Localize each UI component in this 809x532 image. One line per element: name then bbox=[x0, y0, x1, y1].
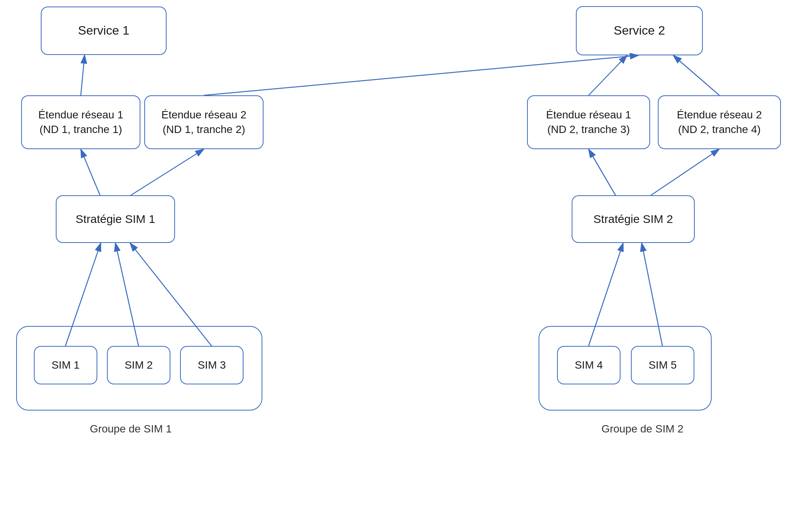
etendue2-nd1-node: Étendue réseau 2(ND 1, tranche 2) bbox=[144, 95, 264, 149]
service1-node: Service 1 bbox=[41, 7, 167, 55]
svg-line-9 bbox=[651, 149, 719, 195]
strategie-sim1-node: Stratégie SIM 1 bbox=[56, 195, 175, 243]
svg-line-4 bbox=[204, 55, 639, 95]
sim5-node: SIM 5 bbox=[631, 346, 694, 384]
strategie-sim2-node: Stratégie SIM 2 bbox=[572, 195, 695, 243]
svg-line-3 bbox=[81, 55, 85, 95]
etendue1-nd1-node: Étendue réseau 1(ND 1, tranche 1) bbox=[21, 95, 140, 149]
svg-line-1 bbox=[81, 149, 100, 195]
svg-line-10 bbox=[589, 55, 627, 95]
sim3-node: SIM 3 bbox=[180, 346, 244, 384]
sim1-node: SIM 1 bbox=[34, 346, 97, 384]
etendue1-nd2-node: Étendue réseau 1(ND 2, tranche 3) bbox=[527, 95, 650, 149]
diagram: Groupe de SIM 1 Groupe de SIM 2 Service … bbox=[0, 0, 809, 532]
etendue2-nd2-node: Étendue réseau 2(ND 2, tranche 4) bbox=[658, 95, 781, 149]
svg-line-2 bbox=[131, 149, 204, 195]
arrows-svg bbox=[0, 0, 809, 532]
service2-node: Service 2 bbox=[576, 6, 703, 55]
sim2-node: SIM 2 bbox=[107, 346, 170, 384]
svg-line-11 bbox=[673, 55, 719, 95]
group-sim-2-label: Groupe de SIM 2 bbox=[589, 423, 696, 435]
svg-line-8 bbox=[589, 149, 616, 195]
sim4-node: SIM 4 bbox=[557, 346, 621, 384]
group-sim-1-label: Groupe de SIM 1 bbox=[77, 423, 185, 435]
